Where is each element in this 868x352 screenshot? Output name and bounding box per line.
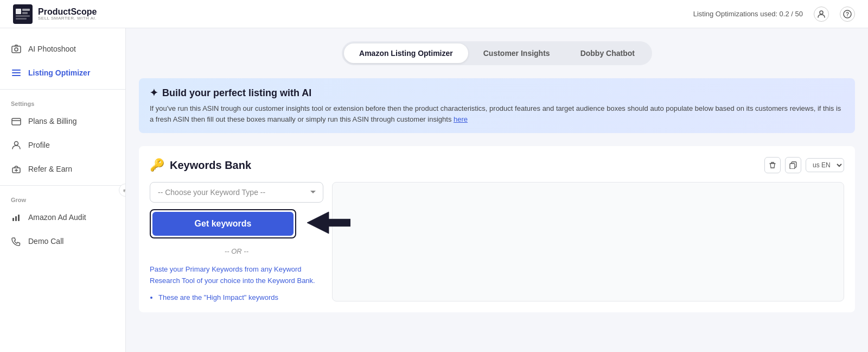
demo-call-icon <box>11 236 22 247</box>
sidebar-item-amazon-ad-audit[interactable]: Amazon Ad Audit <box>0 205 125 229</box>
svg-rect-1 <box>16 9 21 14</box>
sidebar-label-profile: Profile <box>28 141 50 149</box>
banner-link[interactable]: here <box>454 115 468 123</box>
svg-rect-3 <box>22 12 28 14</box>
sidebar-label-demo-call: Demo Call <box>28 237 63 246</box>
svg-rect-4 <box>16 15 30 17</box>
settings-section-label: Settings <box>0 94 125 109</box>
tab-customer-insights[interactable]: Customer Insights <box>468 43 565 63</box>
svg-text:?: ? <box>846 11 849 17</box>
refer-earn-icon <box>11 164 22 174</box>
svg-rect-24 <box>790 164 795 169</box>
grow-section-label: Grow <box>0 190 125 205</box>
sidebar-item-ai-photoshoot[interactable]: AI Photoshoot <box>0 37 125 61</box>
svg-point-16 <box>15 142 18 146</box>
ai-photoshoot-icon <box>11 43 22 54</box>
listing-optimizer-icon <box>11 67 22 78</box>
keywords-header: 🔑 Keywords Bank us EN <box>150 157 844 173</box>
sidebar-item-plans-billing[interactable]: Plans & Billing <box>0 109 125 133</box>
logo-sub-text: SELL SMARTER. WITH AI. <box>38 16 97 21</box>
usage-label: Listing Optimizations used: 0.2 / 50 <box>693 10 803 18</box>
get-keywords-wrapper: Get keywords <box>150 209 323 238</box>
svg-rect-2 <box>22 9 30 11</box>
svg-rect-14 <box>12 118 21 125</box>
svg-marker-25 <box>307 212 350 234</box>
svg-rect-5 <box>16 18 27 20</box>
tab-bar: Amazon Listing Optimizer Customer Insigh… <box>342 41 652 65</box>
svg-rect-9 <box>12 46 21 53</box>
amazon-ad-audit-icon <box>11 212 22 223</box>
main-layout: AI Photoshoot Listing Optimizer Settings… <box>0 28 868 352</box>
logo-text: ProductScope SELL SMARTER. WITH AI. <box>38 8 97 21</box>
get-keywords-button[interactable]: Get keywords <box>152 212 293 236</box>
sidebar-label-refer-earn: Refer & Earn <box>28 165 72 173</box>
header-right: Listing Optimizations used: 0.2 / 50 ? <box>693 7 855 22</box>
bullet-item-1: These are the "High Impact" keywords <box>158 293 323 301</box>
sidebar-item-listing-optimizer[interactable]: Listing Optimizer <box>0 61 125 85</box>
svg-rect-21 <box>15 216 17 221</box>
keywords-body: -- Choose your Keyword Type -- Get keywo… <box>150 182 844 301</box>
sidebar: AI Photoshoot Listing Optimizer Settings… <box>0 28 126 352</box>
keywords-bank-title: 🔑 Keywords Bank <box>150 158 251 172</box>
info-banner: ✦ Build your perfect listing with AI If … <box>139 78 855 133</box>
sidebar-label-amazon-ad-audit: Amazon Ad Audit <box>28 213 86 222</box>
logo: ProductScope SELL SMARTER. WITH AI. <box>13 4 97 24</box>
keywords-actions: us EN <box>764 157 844 173</box>
paste-instructions: Paste your Primary Keywords from any Key… <box>150 264 323 287</box>
banner-title: ✦ Build your perfect listing with AI <box>150 87 844 99</box>
user-icon[interactable] <box>814 7 829 22</box>
key-icon: 🔑 <box>150 158 164 172</box>
logo-icon <box>13 4 33 24</box>
or-divider: -- OR -- <box>150 247 323 255</box>
sidebar-divider-2 <box>0 185 125 186</box>
keywords-bank-title-text: Keywords Bank <box>170 159 251 172</box>
tab-amazon-listing-optimizer[interactable]: Amazon Listing Optimizer <box>344 43 468 63</box>
copy-button[interactable] <box>785 157 801 173</box>
main-content: Amazon Listing Optimizer Customer Insigh… <box>126 28 868 352</box>
delete-button[interactable] <box>764 157 781 173</box>
tab-dobby-chatbot[interactable]: Dobby Chatbot <box>565 43 650 63</box>
language-select[interactable]: us EN <box>806 158 844 172</box>
arrow-indicator <box>307 209 350 238</box>
keywords-bank-section: 🔑 Keywords Bank us EN <box>139 146 855 312</box>
banner-title-text: Build your perfect listing with AI <box>162 87 311 99</box>
sidebar-item-profile[interactable]: Profile <box>0 133 125 157</box>
logo-main-text: ProductScope <box>38 8 97 16</box>
keywords-right-panel <box>332 182 844 301</box>
banner-text: If you've run this ASIN trough our custo… <box>150 103 844 124</box>
svg-rect-20 <box>12 218 14 221</box>
help-icon[interactable]: ? <box>840 7 855 22</box>
profile-icon <box>11 140 22 150</box>
sidebar-label-ai-photoshoot: AI Photoshoot <box>28 45 76 53</box>
sidebar-label-plans-billing: Plans & Billing <box>28 117 77 125</box>
sidebar-divider-1 <box>0 89 125 90</box>
sidebar-item-refer-earn[interactable]: Refer & Earn <box>0 157 125 181</box>
svg-point-10 <box>15 48 18 51</box>
svg-rect-22 <box>18 215 20 221</box>
header: ProductScope SELL SMARTER. WITH AI. List… <box>0 0 868 28</box>
plans-billing-icon <box>11 116 22 127</box>
svg-point-6 <box>820 11 823 14</box>
keyword-type-select[interactable]: -- Choose your Keyword Type -- <box>150 182 323 203</box>
sidebar-item-demo-call[interactable]: Demo Call <box>0 229 125 253</box>
sidebar-label-listing-optimizer: Listing Optimizer <box>28 68 90 77</box>
get-keywords-border-box: Get keywords <box>150 209 296 238</box>
banner-sparkle-icon: ✦ <box>150 87 158 99</box>
keywords-left-panel: -- Choose your Keyword Type -- Get keywo… <box>150 182 323 301</box>
